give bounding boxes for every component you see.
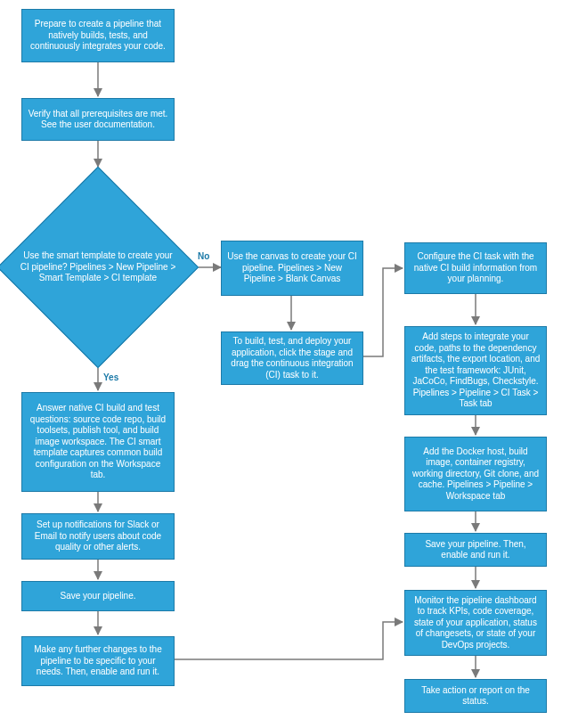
node-further: Make any further changes to the pipeline…: [21, 636, 175, 686]
node-save2: Save your pipeline. Then, enable and run…: [404, 533, 547, 567]
node-prepare: Prepare to create a pipeline that native…: [21, 9, 175, 62]
node-notify: Set up notifications for Slack or Email …: [21, 513, 175, 560]
node-steps: Add steps to integrate your code, paths …: [404, 326, 547, 415]
node-answer: Answer native CI build and test question…: [21, 392, 175, 492]
node-configure: Configure the CI task with the native CI…: [404, 242, 547, 294]
node-canvas: Use the canvas to create your CI pipelin…: [221, 241, 363, 296]
edge-label-no: No: [198, 251, 209, 261]
edge-label-yes: Yes: [103, 372, 118, 382]
node-save1: Save your pipeline.: [21, 581, 175, 611]
flowchart-canvas: Prepare to create a pipeline that native…: [0, 0, 578, 728]
node-dragtask: To build, test, and deploy your applicat…: [221, 331, 363, 385]
node-action: Take action or report on the status.: [404, 679, 547, 713]
node-decision: [0, 167, 199, 368]
node-verify: Verify that all prerequisites are met. S…: [21, 98, 175, 141]
node-monitor: Monitor the pipeline dashboard to track …: [404, 590, 547, 656]
node-docker: Add the Docker host, build image, contai…: [404, 437, 547, 511]
